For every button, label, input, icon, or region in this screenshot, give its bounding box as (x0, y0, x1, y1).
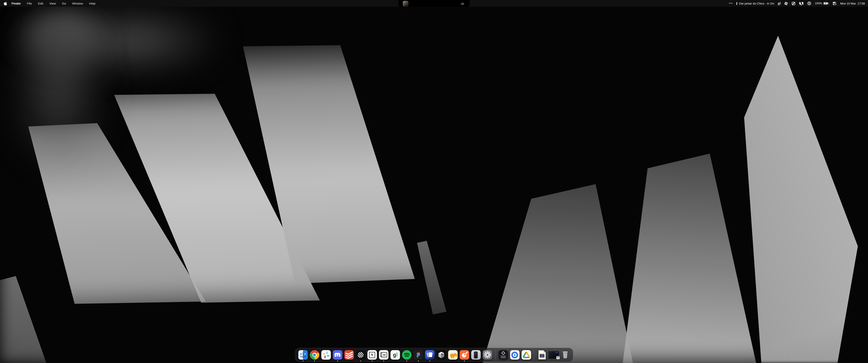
dock-item-finder[interactable] (297, 348, 309, 362)
raycast-red-line (501, 357, 506, 358)
dock-item-granola[interactable]: g (390, 348, 401, 362)
menu-file[interactable]: File (27, 2, 32, 5)
onepassword-icon[interactable] (807, 1, 811, 5)
dock-separator (534, 350, 534, 360)
linear-striped-sphere-icon (355, 350, 366, 360)
wallpaper-streak (0, 0, 868, 363)
wallpaper-beam (0, 0, 868, 363)
dock-item-trash[interactable] (559, 348, 571, 362)
dock-item-downloads-stack[interactable]: 11 (548, 348, 559, 362)
finder-icon (298, 350, 308, 360)
raycast-wordmark: raycast (500, 355, 506, 357)
wallpaper-beam (0, 0, 868, 363)
dock-item-spotify[interactable] (401, 348, 412, 362)
battery-icon (823, 2, 829, 5)
dock-item-cube-app[interactable] (436, 348, 447, 362)
hidden-status-items-icon[interactable]: ••• (729, 2, 733, 5)
desktop: Finder File Edit View Go Window Help •••… (0, 0, 868, 363)
flower-icon[interactable] (784, 2, 788, 5)
notion-calendar-icon: 10 (379, 350, 388, 360)
battery-percent: 100% (815, 2, 822, 5)
iphone-icon (471, 350, 480, 360)
dock-item-chrome[interactable] (309, 348, 320, 362)
menu-view[interactable]: View (49, 2, 56, 5)
dock-item-slack[interactable] (320, 348, 332, 362)
event-color-bar (737, 2, 737, 5)
running-indicator (418, 361, 418, 361)
menu-go[interactable]: Go (62, 2, 66, 5)
spotify-icon (402, 350, 411, 360)
menu-bar-left: Finder File Edit View Go Window Help (0, 1, 95, 6)
desktop-wallpaper (0, 0, 868, 363)
dock-item-postico[interactable] (447, 348, 459, 362)
control-center-icon[interactable] (833, 2, 837, 5)
raycast-icon: raycast (498, 350, 508, 360)
squircle-swoosh-icon[interactable] (792, 2, 796, 5)
dock-item-google-drive[interactable] (521, 348, 532, 362)
menu-help[interactable]: Help (89, 2, 95, 5)
notion-letter: N (369, 352, 375, 358)
screenshot-stack-icon: 11 (548, 351, 559, 359)
display-icon[interactable] (799, 2, 804, 5)
chrome-icon (310, 350, 319, 360)
squircle-glyph (792, 2, 796, 5)
archive-file-icon (538, 350, 546, 359)
running-indicator (372, 361, 373, 361)
menu-bar-clock[interactable]: Mon 10 Mar 17:58 (840, 2, 865, 5)
dock-item-1password[interactable] (509, 348, 521, 362)
running-indicator (429, 361, 430, 361)
running-indicator (406, 361, 407, 361)
wallpaper-beam (0, 0, 868, 363)
granola-icon[interactable]: g (778, 2, 780, 5)
granola-icon: g (391, 350, 400, 360)
active-app-menu[interactable]: Finder (11, 2, 21, 5)
granola-letter: g (393, 352, 396, 358)
dock-item-raycast[interactable]: raycast (498, 348, 509, 362)
running-indicator (314, 361, 315, 361)
granola-cursor (780, 2, 780, 4)
dock-item-postman[interactable] (459, 348, 470, 362)
dock-item-iphone-mirroring[interactable] (470, 348, 482, 362)
album-art-thumbnail (403, 1, 408, 6)
menu-bar-status: ••• Dar jantar do Chico · in 2m g (729, 0, 865, 7)
notion-icon: N (367, 350, 377, 360)
dock-item-notion-calendar[interactable]: 10 (378, 348, 390, 362)
dock-item-figma[interactable] (412, 348, 424, 362)
trash-icon (560, 350, 570, 360)
granola-glyph: g (778, 2, 780, 5)
dock-item-todoist[interactable] (343, 348, 355, 362)
calendar-event-item[interactable]: Dar jantar do Chico · in 2m (737, 2, 774, 5)
running-indicator (303, 361, 303, 361)
apple-logo (4, 1, 7, 6)
running-indicator (360, 361, 361, 361)
wallpaper-beam (0, 0, 868, 363)
raycast-diamond (501, 351, 505, 355)
dock-item-system-settings[interactable] (482, 348, 493, 362)
apple-menu-icon[interactable] (4, 1, 7, 6)
menu-window[interactable]: Window (72, 2, 83, 5)
keyhole-icon (510, 350, 520, 360)
wallpaper-wedge (0, 0, 868, 363)
running-indicator (383, 361, 384, 361)
dock-item-notion[interactable]: N (366, 348, 378, 362)
menu-edit[interactable]: Edit (38, 2, 43, 5)
wallpaper-light-blob (0, 0, 122, 72)
dark-3d-cube-icon (436, 350, 446, 360)
granola-cursor (397, 352, 397, 357)
flower-glyph (784, 2, 788, 5)
dock: N 10 g (295, 348, 573, 362)
dock-item-blue-cards-app[interactable] (424, 348, 436, 362)
audio-equalizer-icon (461, 2, 464, 5)
dock-item-linear[interactable] (355, 348, 366, 362)
calendar-date-number: 10 (381, 352, 387, 357)
battery-indicator[interactable]: 100% (815, 2, 829, 5)
blue-cards-icon (425, 350, 434, 360)
wallpaper-beam (0, 0, 868, 363)
dock-item-discord[interactable] (332, 348, 343, 362)
figma-icon (413, 350, 423, 360)
dock-item-document-file[interactable] (536, 348, 548, 362)
event-text: Dar jantar do Chico · in 2m (739, 2, 774, 5)
slack-icon (321, 350, 331, 360)
badge-number: 11 (557, 357, 559, 359)
notch-music-widget[interactable] (398, 0, 470, 7)
